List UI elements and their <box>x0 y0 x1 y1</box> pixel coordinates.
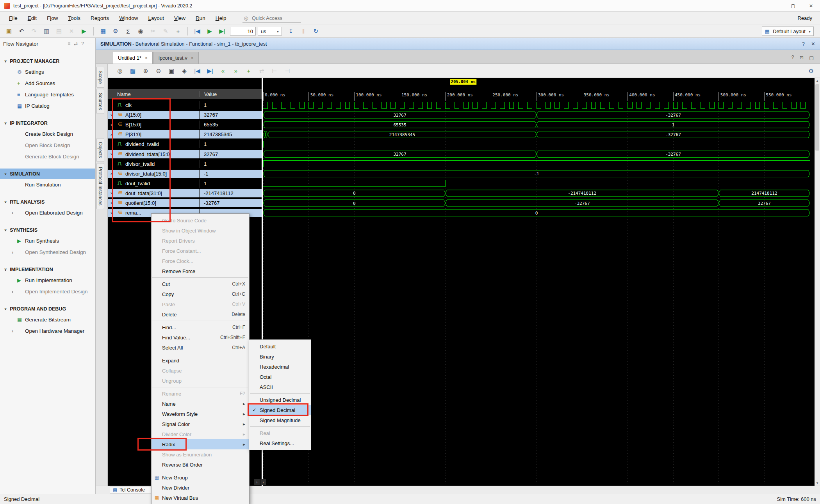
signal-row-divisor-tdata-15-0[interactable]: ›divisor_tdata[15:0]-1 <box>108 169 262 179</box>
signal-value[interactable]: 1 <box>199 160 262 168</box>
panel-float-icon[interactable]: ⊡ <box>800 55 804 60</box>
flow-item-open-synthesized-design[interactable]: ›Open Synthesized Design <box>0 247 95 258</box>
menu-item-octal[interactable]: Octal <box>249 372 311 382</box>
scroll-up-button[interactable]: ▲ <box>815 78 820 83</box>
menu-item-waveform-style[interactable]: Waveform Style▸ <box>152 409 249 419</box>
flow-section-header-implementation[interactable]: ∨IMPLEMENTATION <box>0 264 95 275</box>
side-tab-sources[interactable]: Sources <box>96 89 104 114</box>
signal-value[interactable]: 1 <box>199 179 262 188</box>
maximize-button[interactable]: ▢ <box>784 0 802 12</box>
menu-item-name[interactable]: Name▸ <box>152 399 249 409</box>
dashboard-icon[interactable]: ▦ <box>97 26 109 36</box>
menu-item-delete[interactable]: DeleteDelete <box>152 309 249 319</box>
menu-reports[interactable]: Reports <box>86 15 114 21</box>
signal-name[interactable]: ›quotient[15:0] <box>108 199 199 207</box>
menu-item-unsigned-decimal[interactable]: Unsigned Decimal <box>249 395 311 405</box>
side-tab-protocol-instances[interactable]: Protocol Instances <box>96 163 104 209</box>
flow-section-header-rtl-analysis[interactable]: ∨RTL ANALYSIS <box>0 197 95 207</box>
flow-item-generate-block-design[interactable]: Generate Block Design <box>0 151 95 162</box>
value-column-header[interactable]: Value <box>199 91 262 97</box>
tab-close-icon[interactable]: × <box>191 55 194 61</box>
flow-item-open-elaborated-design[interactable]: ›Open Elaborated Design <box>0 207 95 218</box>
menu-item-radix[interactable]: Radix▸ <box>152 439 249 449</box>
menu-window[interactable]: Window <box>114 15 143 21</box>
scroll-down-button[interactable]: ▼ <box>815 480 820 486</box>
flow-item-settings[interactable]: ⚙Settings <box>0 66 95 78</box>
flow-item-run-simulation[interactable]: Run Simulation <box>0 179 95 190</box>
menu-item-reverse-bit-order[interactable]: Reverse Bit Order <box>152 460 249 470</box>
signal-row-quotient-15-0[interactable]: ›quotient[15:0]-32767 <box>108 198 262 208</box>
signal-name[interactable]: dividend_tvalid <box>108 140 199 148</box>
panel-help-icon[interactable]: ? <box>791 55 794 60</box>
signal-row-p-31-0[interactable]: ›P[31:0]2147385345 <box>108 130 262 139</box>
flow-item-open-implemented-design[interactable]: ›Open Implemented Design <box>0 286 95 297</box>
settings-gear-icon[interactable]: ⚙ <box>110 26 121 36</box>
signal-name[interactable]: ›dout_tdata[31:0] <box>108 189 199 197</box>
flow-item-generate-bitstream[interactable]: ▦Generate Bitstream <box>0 314 95 325</box>
menu-flow[interactable]: Flow <box>42 15 63 21</box>
signal-value[interactable]: -1 <box>199 170 262 178</box>
signal-value[interactable]: 1 <box>199 101 262 109</box>
vertical-scrollbar[interactable]: ▲ ▼ <box>815 78 820 486</box>
name-column-header[interactable]: Name <box>108 91 199 97</box>
tab-untitled-1[interactable]: Untitled 1*× <box>113 52 153 64</box>
previous-transition-icon[interactable]: « <box>217 66 229 76</box>
tab-close-icon[interactable]: × <box>145 55 148 61</box>
signal-name[interactable]: ›A[15:0] <box>108 111 199 119</box>
side-tab-scope[interactable]: Scope <box>96 67 104 88</box>
layout-select[interactable]: ▦ Default Layout ▾ <box>762 27 814 36</box>
zoom-in-icon[interactable]: ⊕ <box>140 66 152 76</box>
signal-name[interactable]: dout_tvalid <box>108 179 199 188</box>
quick-access-input[interactable] <box>251 15 299 21</box>
menu-item-new-group[interactable]: ▦New Group <box>152 472 249 483</box>
zoom-fit-icon[interactable]: ▣ <box>166 66 177 76</box>
menu-item-signed-magnitude[interactable]: Signed Magnitude <box>249 415 311 425</box>
signal-value[interactable]: -2147418112 <box>199 189 262 197</box>
report-sum-icon[interactable]: Σ <box>122 26 134 36</box>
menu-edit[interactable]: Edit <box>23 15 42 21</box>
menu-item-expand[interactable]: Expand <box>152 355 249 366</box>
scroll-thumb[interactable] <box>815 84 819 151</box>
step-icon[interactable]: ↧ <box>285 26 297 36</box>
signal-value[interactable]: 32767 <box>199 150 262 158</box>
signal-name[interactable]: ›dividend_tdata[15:0] <box>108 150 199 158</box>
run-for-time-input[interactable] <box>230 27 256 35</box>
menu-item-hexadecimal[interactable]: Hexadecimal <box>249 362 311 372</box>
signal-row-dividend-tvalid[interactable]: dividend_tvalid1 <box>108 139 262 149</box>
menu-layout[interactable]: Layout <box>143 15 169 21</box>
menu-file[interactable]: File <box>4 15 23 21</box>
signal-row-dout-tvalid[interactable]: dout_tvalid1 <box>108 179 262 188</box>
menu-item-cut[interactable]: CutCtrl+X <box>152 279 249 289</box>
signal-value[interactable]: -32767 <box>199 199 262 207</box>
minimize-button[interactable]: — <box>766 0 784 12</box>
flow-item-open-hardware-manager[interactable]: ›Open Hardware Manager <box>0 325 95 337</box>
zoom-out-icon[interactable]: ⊖ <box>153 66 164 76</box>
menu-tools[interactable]: Tools <box>63 15 86 21</box>
copy-icon[interactable]: ▥ <box>41 26 52 36</box>
signal-name[interactable]: ›B[15:0] <box>108 121 199 129</box>
flow-section-header-program-and-debug[interactable]: ∨PROGRAM AND DEBUG <box>0 303 95 314</box>
add-marker-icon[interactable]: + <box>243 66 255 76</box>
undo-icon[interactable]: ↶ <box>16 26 27 36</box>
flow-nav-minimize-icon[interactable]: — <box>87 41 92 46</box>
flow-item-add-sources[interactable]: +Add Sources <box>0 78 95 89</box>
next-transition-icon[interactable]: » <box>230 66 242 76</box>
side-tab-objects[interactable]: Objects <box>96 138 104 162</box>
flow-item-open-block-design[interactable]: Open Block Design <box>0 140 95 151</box>
save-waveform-icon[interactable]: ▩ <box>127 66 139 76</box>
signal-name[interactable]: ›divisor_tdata[15:0] <box>108 170 199 178</box>
tab-ipcore-test-v[interactable]: ipcore_test.v× <box>153 52 199 64</box>
menu-item-find-value[interactable]: Find Value...Ctrl+Shift+F <box>152 332 249 343</box>
close-button[interactable]: ✕ <box>802 0 820 12</box>
menu-item-signal-color[interactable]: Signal Color▸ <box>152 419 249 429</box>
flow-item-ip-catalog[interactable]: ▦IP Catalog <box>0 100 95 112</box>
signal-row-dout-tdata-31-0[interactable]: ›dout_tdata[31:0]-2147418112 <box>108 188 262 198</box>
signal-row-a-15-0[interactable]: ›A[15:0]32767 <box>108 110 262 120</box>
signal-value[interactable]: 2147385345 <box>199 130 262 138</box>
restart-simulation-icon[interactable]: |◀ <box>191 26 203 36</box>
help-icon[interactable]: ? <box>802 41 805 47</box>
flow-section-header-simulation[interactable]: ∨SIMULATION <box>0 169 95 179</box>
go-to-last-time-icon[interactable]: ▶| <box>204 66 216 76</box>
flow-item-language-templates[interactable]: ≡Language Templates <box>0 89 95 100</box>
signal-name[interactable]: divisor_tvalid <box>108 160 199 168</box>
